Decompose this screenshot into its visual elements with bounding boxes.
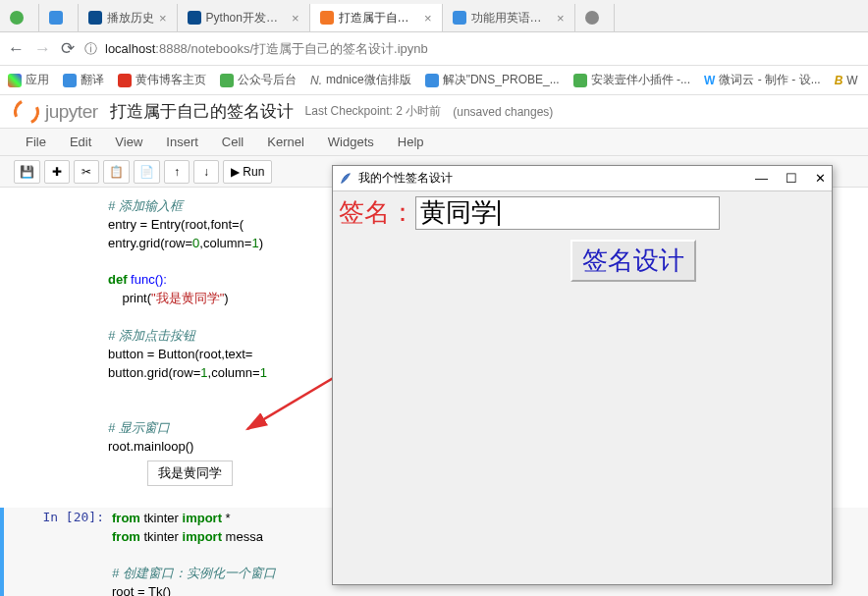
move-down-button[interactable]: ↓ (193, 160, 219, 184)
reload-button[interactable]: ⟳ (61, 38, 75, 59)
paste-button[interactable]: 📄 (134, 160, 160, 184)
minimize-button[interactable]: — (755, 171, 768, 186)
browser-tab[interactable]: 功能用英语怎么说?_百× (443, 4, 575, 31)
url-input[interactable]: ⓘ localhost:8888/notebooks/打造属于自己的签名设计.i… (84, 40, 860, 58)
menu-widgets[interactable]: Widgets (316, 135, 386, 149)
tkinter-title: 我的个性签名设计 (358, 170, 453, 187)
browser-tab[interactable] (0, 4, 39, 31)
tk-button[interactable]: 签名设计 (570, 240, 696, 282)
bookmark-item[interactable]: 安装壹伴小插件 -... (573, 72, 690, 88)
close-button[interactable]: ✕ (815, 171, 826, 186)
move-up-button[interactable]: ↑ (164, 160, 190, 184)
close-icon[interactable]: × (557, 11, 565, 26)
menu-cell[interactable]: Cell (210, 135, 255, 149)
close-icon[interactable]: × (424, 11, 432, 26)
cell-prompt: In [20]: (4, 510, 112, 596)
jupyter-logo[interactable]: jupyter (14, 99, 98, 125)
browser-tab[interactable]: 播放历史× (79, 4, 178, 31)
browser-tab[interactable] (575, 4, 615, 31)
bookmark-item[interactable]: W微词云 - 制作 - 设... (704, 72, 821, 88)
bookmark-item[interactable]: N.mdnice微信排版 (310, 72, 411, 88)
menu-help[interactable]: Help (386, 135, 436, 149)
browser-tab-strip: 播放历史× Python开发教程：Pyt× 打造属于自己的签名设× 功能用英语怎… (0, 0, 868, 32)
save-button[interactable]: 💾 (14, 160, 40, 184)
bookmark-item[interactable]: 公众号后台 (220, 72, 297, 88)
checkpoint-text: Last Checkpoint: 2 小时前 (305, 103, 442, 120)
status-text: (unsaved changes) (453, 105, 553, 119)
cell-prompt (0, 197, 108, 457)
browser-tab[interactable]: Python开发教程：Pyt× (178, 4, 310, 31)
menu-file[interactable]: File (14, 135, 58, 149)
browser-tab-active[interactable]: 打造属于自己的签名设× (310, 4, 443, 31)
jupyter-header: jupyter 打造属于自己的签名设计 Last Checkpoint: 2 小… (0, 95, 868, 129)
notebook-name[interactable]: 打造属于自己的签名设计 (110, 100, 294, 123)
bookmark-item[interactable]: 黄伟博客主页 (118, 72, 206, 88)
tkinter-window: 我的个性签名设计 — ☐ ✕ 签名： 黄同学 签名设计 (332, 165, 833, 585)
bookmark-item[interactable]: BW (835, 74, 858, 87)
code-content[interactable]: from tkinter import * from tkinter impor… (112, 510, 276, 596)
run-button[interactable]: ▶ Run (223, 160, 272, 184)
menu-view[interactable]: View (103, 135, 154, 149)
cut-button[interactable]: ✂ (74, 160, 99, 184)
close-icon[interactable]: × (159, 11, 167, 26)
add-cell-button[interactable]: ✚ (44, 160, 70, 184)
tk-entry[interactable]: 黄同学 (415, 196, 720, 230)
bookmark-item[interactable]: 解决"DNS_PROBE_... (425, 72, 560, 88)
forward-button[interactable]: → (34, 39, 51, 59)
cell-output: 我是黄同学 (147, 461, 233, 486)
copy-button[interactable]: 📋 (103, 160, 130, 184)
close-icon[interactable]: × (292, 11, 299, 26)
browser-tab[interactable] (39, 4, 79, 31)
bookmark-item[interactable]: 翻译 (63, 72, 104, 88)
back-button[interactable]: ← (8, 39, 25, 59)
tk-icon (339, 172, 353, 186)
menu-bar: File Edit View Insert Cell Kernel Widget… (0, 129, 868, 156)
tk-label: 签名： (339, 195, 415, 230)
maximize-button[interactable]: ☐ (786, 171, 797, 186)
apps-button[interactable]: 应用 (8, 72, 49, 88)
address-bar: ← → ⟳ ⓘ localhost:8888/notebooks/打造属于自己的… (0, 32, 868, 66)
bookmarks-bar: 应用 翻译 黄伟博客主页 公众号后台 N.mdnice微信排版 解决"DNS_P… (0, 66, 868, 95)
menu-kernel[interactable]: Kernel (255, 135, 316, 149)
menu-edit[interactable]: Edit (58, 135, 103, 149)
menu-insert[interactable]: Insert (154, 135, 210, 149)
code-content[interactable]: # 添加输入框 entry = Entry(root,font=( entry.… (108, 197, 267, 457)
jupyter-icon (10, 95, 42, 128)
tkinter-titlebar[interactable]: 我的个性签名设计 — ☐ ✕ (333, 166, 832, 191)
